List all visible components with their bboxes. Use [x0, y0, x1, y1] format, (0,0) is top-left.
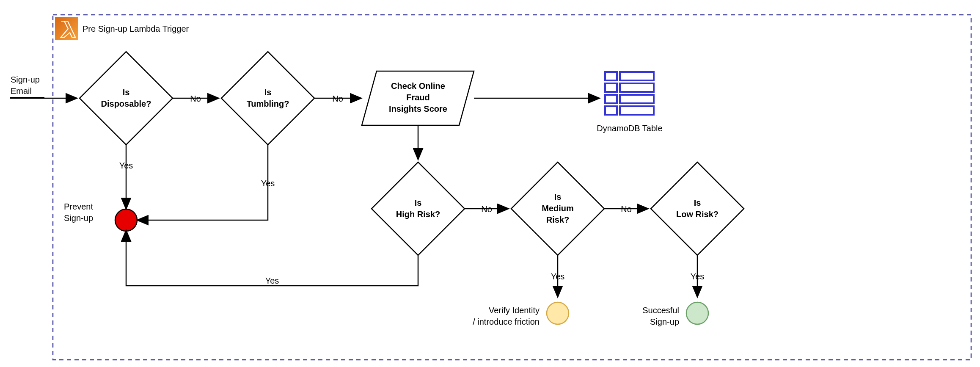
label-tumbling-no: No — [332, 94, 343, 103]
svg-text:Is: Is — [415, 198, 422, 207]
flowchart-diagram: Pre Sign-up Lambda Trigger Sign-up Email… — [0, 0, 980, 367]
arrow-tumbling-yes — [138, 145, 268, 220]
decision-disposable: Is Disposable? — [80, 52, 173, 145]
decision-medium-risk: Is Medium Risk? — [511, 162, 604, 255]
verify-label-line2: / introduce friction — [473, 317, 540, 326]
decision-low-risk: Is Low Risk? — [651, 162, 744, 255]
label-highrisk-yes: Yes — [265, 276, 279, 285]
svg-text:Risk?: Risk? — [546, 215, 569, 224]
svg-text:Check Online: Check Online — [391, 81, 445, 91]
success-label-line2: Sign-up — [650, 317, 679, 326]
svg-rect-19 — [605, 106, 617, 115]
input-label-line2: Email — [11, 86, 32, 96]
svg-rect-20 — [620, 106, 654, 115]
label-disposable-no: No — [190, 94, 201, 103]
svg-text:Disposable?: Disposable? — [101, 99, 151, 108]
prevent-signup-terminal — [115, 209, 137, 231]
svg-text:Low Risk?: Low Risk? — [676, 210, 718, 219]
svg-text:Insights Score: Insights Score — [389, 104, 447, 113]
svg-text:Is: Is — [554, 192, 562, 201]
svg-marker-21 — [372, 162, 465, 255]
label-medium-yes: Yes — [551, 272, 565, 281]
svg-text:High Risk?: High Risk? — [396, 210, 440, 219]
label-low-yes: Yes — [691, 272, 705, 281]
svg-text:Is: Is — [694, 198, 701, 207]
label-tumbling-yes: Yes — [261, 179, 275, 188]
svg-text:Medium: Medium — [542, 204, 574, 213]
svg-rect-15 — [605, 83, 617, 92]
svg-rect-17 — [605, 95, 617, 103]
svg-text:Is: Is — [264, 88, 272, 97]
label-medium-no: No — [621, 204, 632, 214]
process-check-fraud: Check Online Fraud Insights Score — [362, 71, 474, 125]
svg-marker-28 — [651, 162, 744, 255]
verify-label-line1: Verify Identity — [489, 306, 540, 315]
prevent-label-line2: Sign-up — [64, 213, 93, 223]
svg-rect-18 — [620, 95, 654, 103]
svg-text:Fraud: Fraud — [406, 93, 430, 102]
successful-signup-terminal — [686, 302, 708, 324]
label-highrisk-no: No — [481, 204, 492, 214]
dynamodb-label: DynamoDB Table — [597, 124, 662, 133]
input-label-line1: Sign-up — [11, 75, 40, 84]
verify-identity-terminal — [547, 302, 569, 324]
svg-text:Is: Is — [123, 88, 130, 97]
label-disposable-yes: Yes — [119, 161, 133, 170]
container-title: Pre Sign-up Lambda Trigger — [83, 24, 189, 33]
svg-rect-14 — [620, 72, 654, 80]
svg-rect-13 — [605, 72, 617, 80]
svg-text:Tumbling?: Tumbling? — [247, 99, 289, 108]
svg-marker-3 — [80, 52, 173, 145]
lambda-icon — [55, 17, 78, 40]
prevent-label-line1: Prevent — [64, 202, 93, 211]
decision-tumbling: Is Tumbling? — [221, 52, 314, 145]
svg-rect-16 — [620, 83, 654, 92]
success-label-line1: Succesful — [642, 306, 679, 315]
dynamodb-icon — [605, 72, 654, 115]
decision-high-risk: Is High Risk? — [372, 162, 465, 255]
svg-marker-6 — [221, 52, 314, 145]
